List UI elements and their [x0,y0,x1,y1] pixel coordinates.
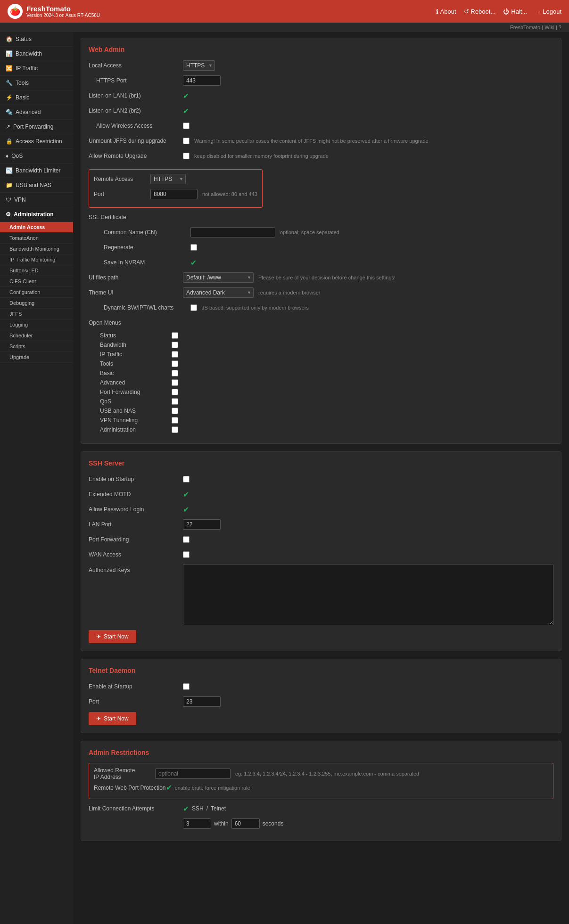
ssh-extended-motd-label: Extended MOTD [89,491,183,498]
sidebar-sub-logging[interactable]: Logging [0,319,73,330]
limit-connection-controls: ✔ SSH / Telnet [183,804,226,813]
telnet-start-now-button[interactable]: ✈ Start Now [89,712,136,725]
listen-lan1-label: Listen on LAN1 (br1) [89,92,183,99]
logo-text: FreshTomato Version 2024.3 on Asus RT-AC… [26,5,100,18]
ssh-lan-port-input[interactable] [183,519,221,530]
sidebar-item-tools[interactable]: 🔧 Tools [0,76,73,90]
open-menu-status: Status [96,332,553,339]
remote-access-label: Remote Access [94,176,150,182]
open-menu-vpn-tunneling-checkbox[interactable] [172,417,178,424]
restrictions-highlighted-box: Allowed Remote IP Address eg: 1.2.3.4, 1… [89,763,553,799]
open-menu-port-forwarding-checkbox[interactable] [172,389,178,395]
open-menu-advanced-checkbox[interactable] [172,379,178,386]
allow-remote-upgrade-checkbox[interactable] [183,153,190,159]
slash-separator: / [206,805,208,812]
sidebar-sub-configuration[interactable]: Configuration [0,287,73,298]
ssh-port-forwarding-label: Port Forwarding [89,536,183,543]
remote-port-input[interactable] [150,189,198,199]
main-layout: 🏠 Status 📊 Bandwidth 🔀 IP Traffic 🔧 Tool… [0,32,569,924]
unmount-jffs-checkbox[interactable] [183,138,190,144]
telnet-port-input[interactable] [183,696,221,707]
ssh-wan-access-checkbox[interactable] [183,551,190,558]
open-menu-usb-nas-checkbox[interactable] [172,408,178,414]
sidebar-sub-tomatoanon[interactable]: TomatoAnon [0,233,73,244]
within-label: within [214,820,229,827]
allow-remote-upgrade-row: Allow Remote Upgrade keep disabled for s… [89,150,553,162]
open-menus-row: Open Menus [89,317,553,328]
ssh-port-forwarding-checkbox[interactable] [183,536,190,543]
sidebar-sub-scheduler[interactable]: Scheduler [0,330,73,341]
sidebar-item-status[interactable]: 🏠 Status [0,32,73,47]
sidebar-sub-scripts[interactable]: Scripts [0,341,73,352]
sidebar-item-basic[interactable]: ⚡ Basic [0,90,73,105]
open-menu-bandwidth-checkbox[interactable] [172,342,178,348]
sidebar-item-administration[interactable]: ⚙ Administration [0,207,73,222]
https-port-input[interactable] [183,75,221,86]
sidebar-item-bandwidth[interactable]: 📊 Bandwidth [0,47,73,61]
https-port-label: HTTPS Port [89,77,183,84]
allow-wireless-checkbox[interactable] [183,123,190,129]
sidebar-sub-buttons-led[interactable]: Buttons/LED [0,265,73,276]
logout-link[interactable]: → Logout [535,8,561,15]
ssh-enable-checkbox[interactable] [183,476,190,482]
open-menu-qos-checkbox[interactable] [172,398,178,405]
open-menu-ip-traffic-checkbox[interactable] [172,351,178,358]
ssh-start-now-button[interactable]: ✈ Start Now [89,630,136,643]
open-menu-tools-checkbox[interactable] [172,360,178,367]
open-menu-basic-checkbox[interactable] [172,370,178,376]
sidebar-sub-upgrade[interactable]: Upgrade [0,352,73,363]
sidebar-item-advanced[interactable]: 🔩 Advanced [0,105,73,120]
listen-lan1-check: ✔ [183,91,189,100]
theme-ui-select[interactable]: Advanced Dark Default [183,287,254,298]
open-menus-label: Open Menus [89,319,183,326]
sidebar-sub-ip-traffic-monitoring[interactable]: IP Traffic Monitoring [0,254,73,265]
ssh-wan-access-row: WAN Access [89,549,553,560]
vpn-icon: 🛡 [6,196,11,203]
sidebar-item-access-restriction[interactable]: 🔒 Access Restriction [0,134,73,149]
ssh-authorized-keys-label: Authorized Keys [89,564,183,573]
common-name-row: Common Name (CN) optional; space separat… [96,227,553,238]
limit-connection-row: Limit Connection Attempts ✔ SSH / Telnet [89,803,553,814]
reboot-link[interactable]: ↺ Reboot... [464,8,496,15]
ssl-cert-row: SSL Certificate [89,212,553,223]
dynamic-bw-checkbox[interactable] [190,304,197,311]
limit-count-input[interactable] [183,818,211,829]
sidebar-sub-cifs-client[interactable]: CIFS Client [0,276,73,287]
open-menu-administration-checkbox[interactable] [172,426,178,433]
allowed-remote-ip-label: Allowed Remote IP Address [94,767,155,780]
https-port-row: HTTPS Port [89,75,553,86]
open-menu-bandwidth: Bandwidth [96,342,553,348]
local-access-select[interactable]: HTTPS HTTP Both [183,60,215,71]
remote-access-select-wrapper: HTTPS HTTP Disabled [150,174,186,184]
sidebar-item-qos[interactable]: ♦ QoS [0,149,73,164]
ssl-cert-label: SSL Certificate [89,214,183,221]
telnet-enable-checkbox[interactable] [183,683,190,690]
halt-link[interactable]: ⏻ Halt... [503,8,527,15]
ssh-port-forwarding-row: Port Forwarding [89,534,553,545]
ssh-authorized-keys-textarea[interactable] [183,564,553,625]
sidebar-item-bandwidth-limiter[interactable]: 📉 Bandwidth Limiter [0,164,73,178]
sidebar-sub-jffs[interactable]: JFFS [0,309,73,319]
unmount-jffs-note: Warning! In some peculiar cases the cont… [194,138,429,144]
dynamic-bw-label: Dynamic BW/IPT/WL charts [96,304,190,311]
common-name-input[interactable] [190,227,275,237]
open-menu-status-checkbox[interactable] [172,332,178,339]
limit-seconds-input[interactable] [231,818,260,829]
telnet-start-icon: ✈ [96,715,101,722]
sidebar-sub-admin-access[interactable]: Admin Access [0,222,73,233]
listen-lan1-row: Listen on LAN1 (br1) ✔ [89,90,553,101]
ui-files-path-select[interactable]: Default: /www [183,272,254,283]
sidebar-item-vpn[interactable]: 🛡 VPN [0,193,73,207]
sidebar: 🏠 Status 📊 Bandwidth 🔀 IP Traffic 🔧 Tool… [0,32,73,924]
allowed-remote-ip-input[interactable] [155,769,231,779]
ssh-server-panel: SSH Server Enable on Startup Extended MO… [81,451,561,651]
sidebar-sub-bandwidth-monitoring[interactable]: Bandwidth Monitoring [0,244,73,254]
open-menu-port-forwarding: Port Forwarding [96,389,553,395]
sidebar-item-usb-nas[interactable]: 📁 USB and NAS [0,178,73,193]
regenerate-checkbox[interactable] [190,244,197,251]
about-link[interactable]: ℹ About [436,8,456,15]
sidebar-sub-debugging[interactable]: Debugging [0,298,73,309]
remote-access-select[interactable]: HTTPS HTTP Disabled [150,174,186,184]
sidebar-item-port-forwarding[interactable]: ↗ Port Forwarding [0,120,73,134]
sidebar-item-ip-traffic[interactable]: 🔀 IP Traffic [0,61,73,76]
